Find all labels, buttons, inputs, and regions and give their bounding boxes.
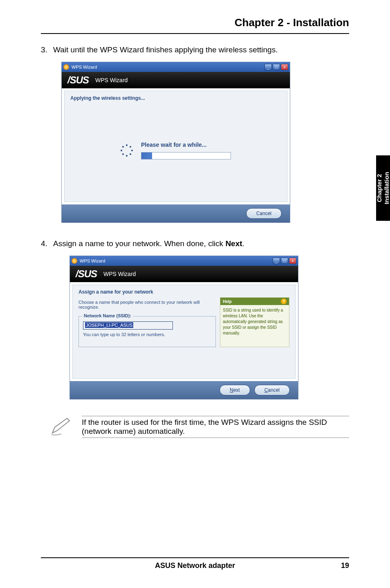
cancel-button[interactable]: Cancel	[254, 385, 290, 395]
dialog-window-title: WPS Wizard	[80, 258, 105, 263]
next-button[interactable]: Next	[220, 385, 250, 395]
dialog-brand-title: WPS Wizard	[95, 77, 128, 83]
help-panel: Help ? SSID is a string used to identify…	[220, 297, 289, 347]
name-section-title: Assign a name for your network	[78, 289, 289, 295]
cancel-button[interactable]: Cancel	[246, 208, 282, 219]
progress-section-title: Applying the wireless settings...	[70, 95, 281, 101]
help-title: Help	[223, 299, 232, 304]
help-icon: ?	[281, 298, 287, 304]
note-text: If the router is used for the first time…	[82, 416, 349, 438]
instruction-text: Choose a name that people who connect to…	[78, 300, 216, 310]
dialog-brand-title: WPS Wizard	[103, 271, 136, 277]
dialog-brand-bar: /SUS WPS Wizard	[70, 266, 298, 282]
progress-label: Please wait for a while...	[141, 141, 231, 148]
dialog-titlebar: WPS Wizard _ □ ×	[62, 62, 290, 72]
progress-fill	[141, 153, 152, 159]
dialog-window-title: WPS Wizard	[72, 65, 97, 70]
dialog-brand-bar: /SUS WPS Wizard	[62, 72, 290, 88]
minimize-button[interactable]: _	[273, 258, 280, 264]
ssid-hint: You can type up to 32 letters or numbers…	[83, 332, 211, 337]
page-footer: ASUS Network adapter 19	[41, 557, 349, 570]
wps-wizard-dialog-progress: WPS Wizard _ □ × /SUS WPS Wizard Applyin…	[61, 62, 290, 223]
wps-wizard-dialog-name: WPS Wizard _ □ × /SUS WPS Wizard Assign …	[69, 256, 298, 399]
chapter-title: Chapter 2 - Installation	[41, 16, 349, 34]
progress-bar	[141, 152, 231, 159]
maximize-button[interactable]: □	[281, 258, 288, 264]
step-4: 4. Assign a name to your network. When d…	[41, 239, 349, 248]
step-3: 3. Wait until the WPS Wizard finishes ap…	[41, 45, 349, 54]
app-icon	[72, 258, 77, 264]
maximize-button[interactable]: □	[273, 64, 280, 70]
step-4-num: 4.	[41, 239, 53, 248]
help-body: SSID is a string used to identify a wire…	[220, 305, 289, 339]
ssid-input[interactable]: JOSEPH_LI-PC_ASUS	[83, 321, 173, 330]
step-3-num: 3.	[41, 45, 53, 54]
ssid-legend: Network Name (SSID):	[82, 313, 133, 318]
spinner-icon	[121, 144, 133, 157]
footer-product: ASUS Network adapter	[155, 561, 235, 570]
step-4-text: Assign a name to your network. When done…	[53, 239, 349, 248]
footer-page-number: 19	[235, 561, 349, 570]
pencil-icon	[49, 416, 74, 438]
step-3-text: Wait until the WPS Wizard finishes apply…	[53, 45, 349, 54]
chapter-side-tab: Chapter 2 Installation	[376, 155, 390, 221]
dialog-titlebar: WPS Wizard _ □ ×	[70, 256, 298, 266]
close-button[interactable]: ×	[289, 258, 296, 264]
close-button[interactable]: ×	[281, 64, 288, 70]
app-icon	[63, 64, 69, 70]
note: If the router is used for the first time…	[49, 416, 349, 438]
asus-logo: /SUS	[76, 268, 97, 280]
asus-logo: /SUS	[67, 74, 89, 86]
minimize-button[interactable]: _	[264, 64, 272, 70]
